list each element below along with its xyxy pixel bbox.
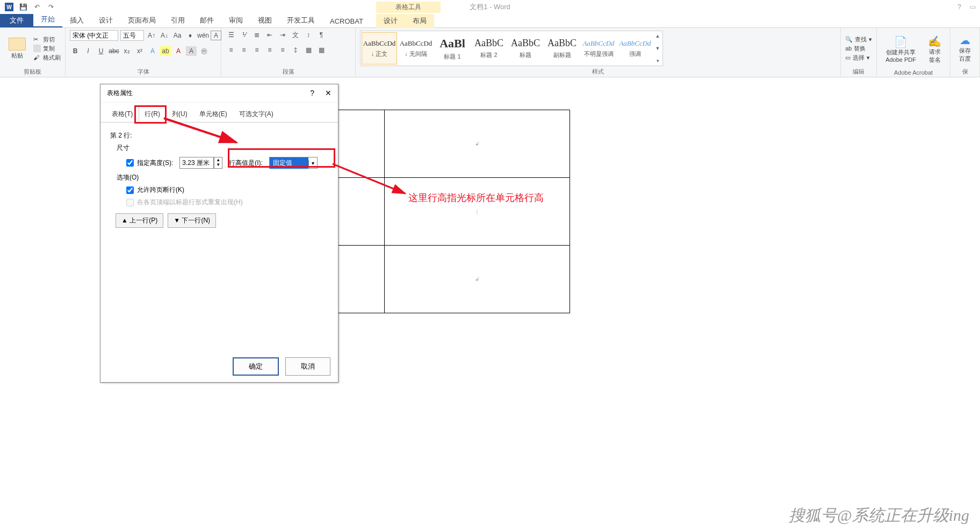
tab-design[interactable]: 设计 [91, 13, 120, 27]
find-button[interactable]: 🔍 查找 ▾ [845, 35, 872, 44]
height-input[interactable] [179, 157, 214, 169]
tab-review[interactable]: 审阅 [221, 13, 250, 27]
tab-references[interactable]: 引用 [163, 13, 192, 27]
font-color-icon[interactable]: A [173, 46, 184, 56]
tab-home[interactable]: 开始 [33, 12, 62, 27]
style-title[interactable]: AaBbC标题 [508, 32, 543, 64]
spin-up-icon[interactable]: ▲ [214, 157, 222, 162]
ribbon-display-icon[interactable]: ▭ [970, 3, 976, 11]
dropdown-icon[interactable]: ▾ [308, 160, 317, 166]
font-name-combo[interactable] [70, 30, 118, 41]
dialog-help-icon[interactable]: ? [310, 89, 314, 98]
tab-table[interactable]: 表格(T) [106, 106, 139, 123]
tab-table-design[interactable]: 设计 [376, 14, 405, 28]
specify-height-checkbox[interactable]: 指定高度(S): [126, 159, 173, 168]
style-emphasis[interactable]: AaBbCcDd强调 [617, 32, 653, 64]
tab-cell[interactable]: 单元格(E) [193, 106, 233, 123]
line-spacing-icon[interactable]: ‡ [290, 45, 301, 55]
table-cell[interactable]: ↲ [385, 246, 570, 313]
style-subtle-em[interactable]: AaBbCcDd不明显强调 [581, 32, 616, 64]
show-marks-icon[interactable]: ¶ [316, 30, 327, 40]
grow-font-icon[interactable]: A↑ [146, 31, 157, 40]
style-heading1[interactable]: AaBl标题 1 [435, 32, 470, 64]
tab-column[interactable]: 列(U) [166, 106, 193, 123]
tab-view[interactable]: 视图 [250, 13, 279, 27]
help-icon[interactable]: ? [957, 3, 961, 11]
tab-file[interactable]: 文件 [0, 13, 33, 27]
borders-icon[interactable]: ▦ [316, 45, 327, 55]
increase-indent-icon[interactable]: ⇥ [277, 30, 288, 40]
prev-row-button[interactable]: ▲ 上一行(P) [116, 213, 163, 228]
ok-button[interactable]: 确定 [233, 357, 279, 376]
shading-icon[interactable]: ▦ [303, 45, 314, 55]
copy-button[interactable]: 复制 [33, 45, 61, 53]
gallery-scroll[interactable]: ▲▼▾ [654, 32, 661, 64]
allow-break-checkbox[interactable]: 允许跨页断行(K) [126, 185, 328, 195]
char-border-icon[interactable]: A [211, 31, 221, 40]
text-effects-icon[interactable]: A [147, 46, 158, 56]
height-spinner[interactable]: ▲ ▼ [214, 157, 222, 169]
replace-button[interactable]: ab 替换 [845, 45, 872, 53]
save-icon[interactable]: 💾 [18, 2, 28, 12]
font-size-combo[interactable] [120, 30, 144, 41]
select-button[interactable]: ▭ 选择 ▾ [845, 54, 872, 62]
table-cell[interactable]: | [385, 178, 570, 246]
italic-icon[interactable]: I [83, 46, 93, 56]
table-cell[interactable]: ↲ [385, 110, 570, 178]
undo-icon[interactable]: ↶ [32, 2, 42, 12]
format-painter-button[interactable]: 🖌格式刷 [33, 54, 61, 62]
row-height-type-combo[interactable]: 固定值 ▾ [269, 157, 318, 169]
superscript-icon[interactable]: x² [134, 46, 145, 56]
paste-button[interactable]: 粘贴 [4, 35, 30, 62]
multilevel-icon[interactable]: ≣ [251, 30, 262, 40]
create-share-pdf[interactable]: 📄 创建并共享 Adobe PDF [881, 33, 920, 65]
cut-button[interactable]: ✂剪切 [33, 35, 61, 44]
styles-gallery[interactable]: AaBbCcDd↓ 正文 AaBbCcDd↓ 无间隔 AaBl标题 1 AaBb… [360, 31, 663, 66]
enclose-char-icon[interactable]: ㊕ [199, 46, 210, 56]
subscript-icon[interactable]: x₂ [121, 46, 132, 56]
strike-icon[interactable]: abc [109, 46, 119, 56]
justify-icon[interactable]: ≡ [264, 45, 275, 55]
specify-height-cb[interactable] [126, 159, 134, 167]
scroll-down-icon[interactable]: ▼ [654, 46, 661, 51]
numbering-icon[interactable]: ⅟ [239, 30, 249, 40]
group-label: 样式 [360, 67, 836, 76]
clear-format-icon[interactable]: ♦ [185, 31, 196, 40]
scroll-up-icon[interactable]: ▲ [654, 33, 661, 39]
tab-developer[interactable]: 开发工具 [279, 13, 322, 27]
underline-icon[interactable]: U [96, 46, 106, 56]
save-to-baidu[interactable]: ☁ 保存 百度 [955, 32, 975, 65]
bold-icon[interactable]: B [70, 46, 81, 56]
dialog-close-icon[interactable]: ✕ [325, 89, 332, 98]
char-shading-icon[interactable]: A [186, 46, 197, 56]
highlight-icon[interactable]: ab [160, 46, 171, 56]
tab-mailings[interactable]: 邮件 [192, 13, 221, 27]
style-subtitle[interactable]: AaBbC副标题 [544, 32, 580, 64]
spin-down-icon[interactable]: ▼ [214, 162, 222, 167]
request-signature[interactable]: ✍ 请求 签名 [924, 33, 946, 66]
phonetic-guide-icon[interactable]: wén [198, 31, 208, 40]
bullets-icon[interactable]: ☰ [226, 30, 236, 40]
style-heading2[interactable]: AaBbC标题 2 [471, 32, 507, 64]
tab-page-layout[interactable]: 页面布局 [120, 13, 163, 27]
style-nospace[interactable]: AaBbCcDd↓ 无间隔 [398, 32, 434, 64]
gallery-expand-icon[interactable]: ▾ [654, 58, 661, 63]
cancel-button[interactable]: 取消 [285, 357, 330, 376]
redo-icon[interactable]: ↷ [46, 2, 56, 12]
tab-table-layout[interactable]: 布局 [405, 14, 434, 28]
tab-row[interactable]: 行(R) [139, 106, 166, 123]
asian-layout-icon[interactable]: 文 [290, 30, 301, 40]
next-row-button[interactable]: ▼ 下一行(N) [168, 213, 216, 228]
align-left-icon[interactable]: ≡ [226, 45, 236, 55]
distribute-icon[interactable]: ≡ [277, 45, 288, 55]
style-normal[interactable]: AaBbCcDd↓ 正文 [362, 32, 397, 64]
decrease-indent-icon[interactable]: ⇤ [264, 30, 275, 40]
tab-acrobat[interactable]: ACROBAT [322, 15, 371, 27]
tab-insert[interactable]: 插入 [62, 13, 91, 27]
align-right-icon[interactable]: ≡ [251, 45, 262, 55]
change-case-icon[interactable]: Aa [172, 31, 183, 40]
sort-icon[interactable]: ↕ [303, 30, 314, 40]
tab-alt-text[interactable]: 可选文字(A) [233, 106, 279, 123]
align-center-icon[interactable]: ≡ [239, 45, 249, 55]
shrink-font-icon[interactable]: A↓ [159, 31, 170, 40]
